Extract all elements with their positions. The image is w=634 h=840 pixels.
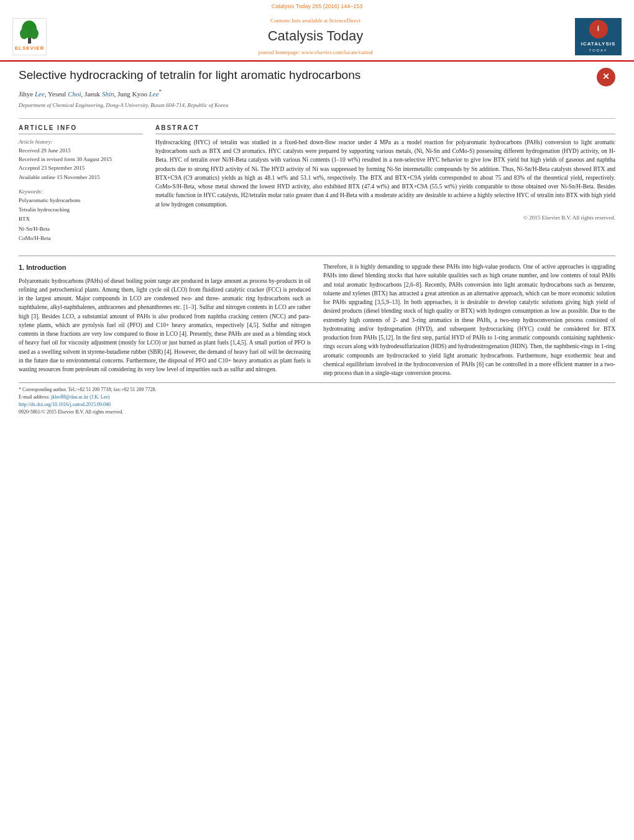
available-date: Available online 15 November 2015: [19, 173, 143, 182]
keyword-3: BTX: [19, 215, 143, 224]
copyright: © 2015 Elsevier B.V. All rights reserved…: [155, 214, 615, 222]
affiliation: Department of Chemical Engineering, Dong…: [19, 101, 590, 109]
abstract-column: ABSTRACT Hydrocracking (HYC) of tetralin…: [155, 124, 615, 243]
intro-text-col2: Therefore, it is highly demanding to upg…: [323, 262, 615, 377]
keyword-2: Tetralin hydrocracking: [19, 205, 143, 215]
footnote-area: * Corresponding author. Tel.:+82 51 200 …: [19, 382, 615, 415]
intro-heading: 1. Introduction: [19, 262, 311, 273]
svg-rect-0: [28, 37, 31, 44]
citation-text: Catalysis Today 265 (2016) 144–153: [272, 3, 362, 9]
keyword-1: Polyaromatic hydrocarbons: [19, 196, 143, 205]
doi-link[interactable]: http://dx.doi.org/10.1016/j.cattod.2015.…: [19, 401, 615, 408]
article-info-column: ARTICLE INFO Article history: Received 2…: [19, 124, 143, 243]
crossmark-badge[interactable]: ✕: [597, 68, 615, 86]
svg-point-2: [20, 28, 29, 39]
journal-title-header: Catalysis Today: [56, 27, 575, 46]
article-body: Selective hydrocracking of tetralin for …: [0, 62, 634, 250]
elsevier-label: ELSEVIER: [15, 45, 45, 52]
elsevier-logo-box: ELSEVIER: [12, 18, 47, 55]
email-value[interactable]: jklee88@dau.ac.kr (J.K. Lee): [51, 394, 109, 400]
catalysis-logo-circle: i: [589, 20, 608, 39]
keyword-5: CoMo/H-Beta: [19, 234, 143, 243]
section-divider-2: [19, 256, 615, 256]
article-title: Selective hydrocracking of tetralin for …: [19, 68, 590, 83]
sciencedirect-brand: ScienceDirect: [329, 17, 361, 24]
sciencedirect-link: Contents lists available at ScienceDirec…: [56, 17, 575, 25]
elsevier-logo: ELSEVIER: [12, 18, 56, 55]
keyword-list: Polyaromatic hydrocarbons Tetralin hydro…: [19, 196, 143, 243]
corresponding-author-note: * Corresponding author. Tel.:+82 51 200 …: [19, 386, 615, 394]
accepted-date: Accepted 23 September 2015: [19, 164, 143, 172]
title-block: Selective hydrocracking of tetralin for …: [19, 68, 590, 114]
email-note: E-mail address: jklee88@dau.ac.kr (J.K. …: [19, 394, 615, 401]
abstract-text: Hydrocracking (HYC) of tetralin was stud…: [155, 138, 615, 209]
catalysis-logo-text: ICATALYSIS: [581, 40, 616, 47]
homepage-link[interactable]: www.elsevier.com/locate/cattod: [301, 49, 373, 55]
catalysis-logo: i ICATALYSIS TODAY: [575, 18, 622, 55]
intro-col-2: Therefore, it is highly demanding to upg…: [323, 262, 615, 377]
history-label: Article history:: [19, 138, 143, 146]
received-date: Received 29 June 2015: [19, 146, 143, 155]
article-info-heading: ARTICLE INFO: [19, 124, 143, 134]
journal-homepage: journal homepage: www.elsevier.com/locat…: [56, 48, 575, 57]
section-divider-1: [19, 118, 615, 119]
keywords-section: Keywords: Polyaromatic hydrocarbons Tetr…: [19, 188, 143, 243]
intro-col-1: 1. Introduction Polyaromatic hydrocarbon…: [19, 262, 311, 377]
article-info-abstract: ARTICLE INFO Article history: Received 2…: [19, 124, 615, 243]
elsevier-tree-icon: [16, 20, 44, 45]
article-info-section: ARTICLE INFO Article history: Received 2…: [19, 124, 143, 182]
catalysis-logo-icon: i: [597, 24, 599, 34]
homepage-text: journal homepage:: [258, 49, 300, 55]
header-center: Contents lists available at ScienceDirec…: [56, 17, 575, 57]
author-jihye: Jihye Lee, Yeseul Choi, Jaeuk Shin, Jung…: [19, 90, 162, 98]
catalysis-logo-sub: TODAY: [589, 48, 607, 53]
abstract-heading: ABSTRACT: [155, 124, 615, 134]
introduction-section: 1. Introduction Polyaromatic hydrocarbon…: [0, 262, 634, 377]
journal-header: ELSEVIER Contents lists available at Sci…: [0, 12, 634, 62]
page: Catalysis Today 265 (2016) 144–153 ELSEV…: [0, 0, 634, 840]
citation-line: Catalysis Today 265 (2016) 144–153: [0, 0, 634, 12]
svg-point-3: [30, 28, 39, 39]
title-row: Selective hydrocracking of tetralin for …: [19, 68, 615, 114]
keyword-4: Ni-Sn/H-Beta: [19, 224, 143, 234]
email-label: E-mail address:: [19, 394, 50, 400]
article-dates: Received 29 June 2015 Received in revise…: [19, 146, 143, 182]
contents-text: Contents lists available at: [270, 17, 328, 24]
intro-text-col1: Polyaromatic hydrocarbons (PAHs) of dies…: [19, 277, 311, 374]
authors: Jihye Lee, Yeseul Choi, Jaeuk Shin, Jung…: [19, 88, 590, 99]
revised-date: Received in revised form 30 August 2015: [19, 155, 143, 164]
issn-text: 0920-5861/© 2015 Elsevier B.V. All right…: [19, 408, 615, 416]
keywords-label: Keywords:: [19, 188, 143, 196]
